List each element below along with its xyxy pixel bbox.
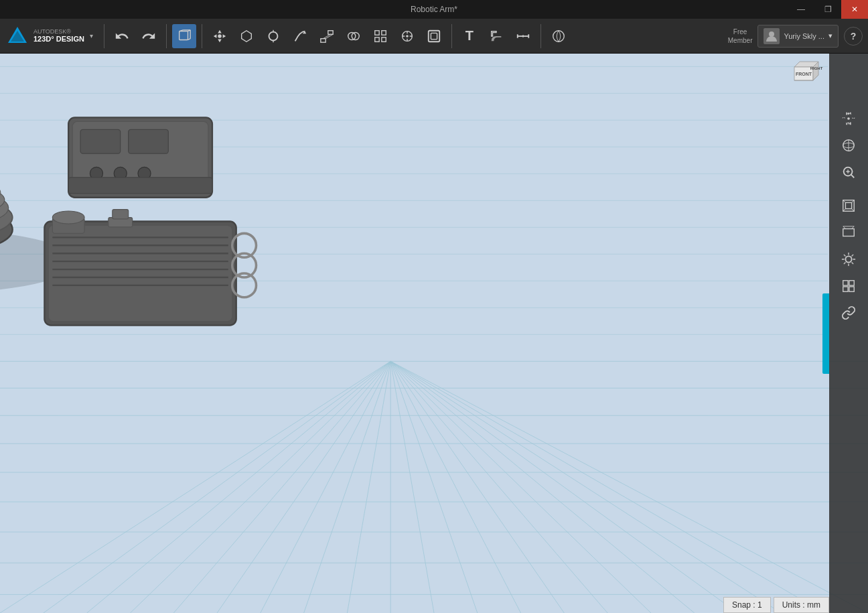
user-area: Free Member Yuriy Skly ... ▾ ? xyxy=(728,25,863,48)
pan-icon xyxy=(841,111,856,126)
loft-button[interactable] xyxy=(315,24,339,48)
loft-icon xyxy=(319,29,334,44)
viewcube[interactable]: FRONT RIGHT xyxy=(782,59,825,102)
boolean-button[interactable] xyxy=(342,24,366,48)
logo-area: AUTODESK® 123D° DESIGN ▾ xyxy=(5,24,93,48)
text-button[interactable]: T xyxy=(457,24,482,48)
svg-marker-9 xyxy=(242,30,252,42)
link-icon xyxy=(841,305,856,320)
window-title: Robotic Arm* xyxy=(411,5,457,14)
logo-dropdown-arrow[interactable]: ▾ xyxy=(90,32,93,40)
maximize-button[interactable]: ❐ xyxy=(814,0,841,19)
pan-button[interactable] xyxy=(836,106,861,131)
divider-5 xyxy=(540,24,541,48)
svg-point-38 xyxy=(847,117,850,120)
svg-rect-20 xyxy=(382,37,386,41)
grid-icon xyxy=(841,279,856,293)
user-account-button[interactable]: Yuriy Skly ... ▾ xyxy=(757,25,839,48)
window-controls: — ❐ ✕ xyxy=(788,0,868,19)
user-avatar xyxy=(764,28,780,44)
fillet-icon xyxy=(489,29,504,44)
boolean-icon xyxy=(346,29,361,44)
logo-text: AUTODESK® 123D° DESIGN xyxy=(33,28,84,44)
fit-view-button[interactable] xyxy=(836,193,861,218)
autodesk-logo-icon xyxy=(5,24,29,48)
svg-rect-11 xyxy=(321,38,326,42)
svg-rect-47 xyxy=(845,202,851,208)
zoom-button[interactable] xyxy=(836,159,861,185)
svg-rect-52 xyxy=(843,229,855,236)
minimize-button[interactable]: — xyxy=(788,0,814,19)
svg-text:RIGHT: RIGHT xyxy=(810,66,823,70)
user-name: Yuriy Skly ... xyxy=(784,32,824,40)
close-button[interactable]: ✕ xyxy=(841,0,868,19)
membership-status: Free Member xyxy=(728,27,753,45)
user-icon xyxy=(765,29,778,43)
help-button[interactable]: ? xyxy=(844,27,863,46)
svg-rect-17 xyxy=(375,30,379,34)
grid-display-button[interactable] xyxy=(836,273,861,299)
measure-icon xyxy=(516,29,530,44)
grid-canvas xyxy=(0,54,868,613)
materials-button[interactable] xyxy=(547,24,571,48)
fit-icon xyxy=(841,198,856,213)
svg-rect-58 xyxy=(849,287,854,291)
pattern-button[interactable] xyxy=(368,24,392,48)
status-bar: Snap : 1 Units : mm xyxy=(723,597,829,613)
sweep-button[interactable] xyxy=(288,24,312,48)
measure-button[interactable] xyxy=(511,24,535,48)
shell-icon xyxy=(427,29,441,44)
svg-rect-57 xyxy=(843,287,848,291)
units-status[interactable]: Units : mm xyxy=(774,597,829,613)
link-button[interactable] xyxy=(836,300,861,326)
svg-rect-2 xyxy=(179,31,188,40)
divider-4 xyxy=(451,24,452,48)
redo-icon xyxy=(141,29,156,44)
snap-status[interactable]: Snap : 1 xyxy=(723,597,771,613)
perspective-button[interactable] xyxy=(836,220,861,245)
cyan-accent-panel xyxy=(822,293,829,374)
transform-icon xyxy=(212,29,227,44)
display-mode-button[interactable] xyxy=(836,247,861,272)
svg-text:FRONT: FRONT xyxy=(796,72,812,76)
svg-rect-56 xyxy=(849,281,854,285)
text-icon: T xyxy=(465,28,474,44)
materials-icon xyxy=(551,29,566,44)
snap-button[interactable] xyxy=(395,24,419,48)
display-icon xyxy=(841,252,856,267)
snap-icon xyxy=(400,29,415,44)
product-name: 123D° DESIGN xyxy=(33,35,84,44)
svg-rect-55 xyxy=(843,281,848,285)
svg-point-8 xyxy=(218,34,222,38)
svg-rect-23 xyxy=(429,30,440,42)
redo-button[interactable] xyxy=(137,24,161,48)
revolve-icon xyxy=(266,29,281,44)
shell-button[interactable] xyxy=(422,24,446,48)
orbit-button[interactable] xyxy=(836,133,861,158)
view-controls-panel xyxy=(829,54,868,613)
divider-2 xyxy=(166,24,167,48)
main-canvas[interactable]: FRONT RIGHT xyxy=(0,54,868,613)
svg-point-29 xyxy=(553,30,565,42)
divider-1 xyxy=(104,24,104,48)
undo-button[interactable] xyxy=(110,24,134,48)
extrude-button[interactable] xyxy=(234,24,259,48)
svg-rect-19 xyxy=(375,37,379,41)
extrude-icon xyxy=(239,29,254,44)
revolve-button[interactable] xyxy=(261,24,285,48)
perspective-icon xyxy=(841,225,856,240)
fillet-button[interactable] xyxy=(484,24,508,48)
pattern-icon xyxy=(373,29,388,44)
main-toolbar: AUTODESK® 123D° DESIGN ▾ xyxy=(0,19,868,54)
autodesk-name: AUTODESK® xyxy=(33,28,84,36)
svg-rect-18 xyxy=(382,30,386,34)
transform-button[interactable] xyxy=(208,24,232,48)
user-dropdown-arrow: ▾ xyxy=(828,31,833,40)
svg-line-43 xyxy=(851,175,855,178)
primitives-button[interactable] xyxy=(172,24,196,48)
sweep-icon xyxy=(293,29,307,44)
viewcube-svg: FRONT RIGHT xyxy=(782,59,825,102)
divider-3 xyxy=(202,24,202,48)
primitives-icon xyxy=(177,29,192,44)
titlebar: Robotic Arm* — ❐ ✕ xyxy=(0,0,868,19)
